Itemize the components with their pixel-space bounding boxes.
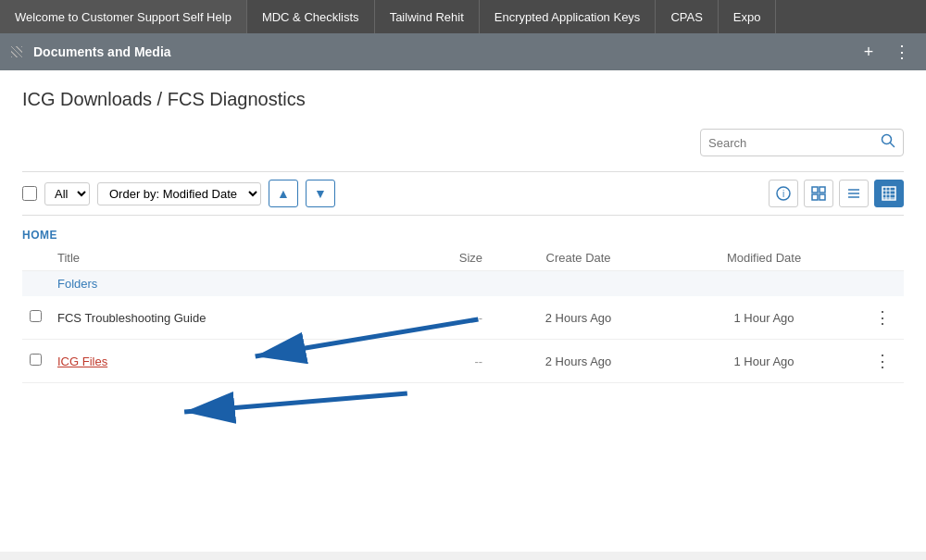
col-modified-date: Modified Date [667,245,861,271]
row1-actions-button[interactable]: ⋮ [869,305,896,330]
search-button[interactable] [881,133,895,152]
sort-desc-button[interactable]: ▼ [306,180,335,207]
all-select-dropdown[interactable]: All [44,182,90,205]
dm-header-actions: + ⋮ [856,39,915,65]
row1-modified-date: 1 Hour Ago [667,296,861,340]
col-title: Title [50,245,407,271]
sort-asc-button[interactable]: ▲ [269,180,298,207]
row1-create-date: 2 Hours Ago [490,296,667,340]
svg-rect-6 [812,194,818,200]
table-view-button[interactable] [874,180,904,207]
documents-media-header: Documents and Media + ⋮ [0,33,926,70]
list-view-button[interactable] [839,180,869,207]
row2-size: -- [407,340,490,383]
table-row: FCS Troubleshooting Guide -- 2 Hours Ago… [22,296,904,340]
info-view-button[interactable]: i [769,180,798,207]
col-size: Size [407,245,490,271]
folders-label: Folders [50,271,904,297]
more-options-button[interactable]: ⋮ [889,39,915,65]
svg-rect-4 [812,187,818,193]
row2-actions-button[interactable]: ⋮ [869,349,896,373]
nav-item-expo[interactable]: Expo [719,0,777,33]
search-bar [22,129,904,156]
row2-checkbox[interactable] [30,354,42,366]
row2-create-date: 2 Hours Ago [490,340,667,383]
drag-handle-icon [11,46,22,57]
page-title: ICG Downloads / FCS Diagnostics [22,89,904,110]
svg-text:i: i [782,189,784,199]
folders-section-row: Folders [22,271,904,297]
table-row: ICG Files -- 2 Hours Ago 1 Hour Ago ⋮ [22,340,904,383]
col-create-date: Create Date [490,245,667,271]
row1-checkbox[interactable] [30,310,42,322]
select-all-checkbox[interactable] [22,186,37,201]
search-input-wrapper [700,129,904,156]
row1-size: -- [407,296,490,340]
nav-item-tailwind[interactable]: Tailwind Rehit [375,0,480,33]
row2-modified-date: 1 Hour Ago [667,340,861,383]
file-table-container: Title Size Create Date Modified Date Fol… [22,245,904,383]
nav-item-cpas[interactable]: CPAS [656,0,718,33]
toolbar-row: All Order by: Modified Date ▲ ▼ i [22,171,904,216]
main-content: ICG Downloads / FCS Diagnostics All Orde… [0,70,926,552]
nav-item-mdc[interactable]: MDC & Checklists [247,0,375,33]
order-by-dropdown[interactable]: Order by: Modified Date [97,182,261,205]
top-navigation: Welcome to Customer Support Self Help MD… [0,0,926,33]
file-table: Title Size Create Date Modified Date Fol… [22,245,904,383]
nav-item-encrypted[interactable]: Encrypted Application Keys [480,0,657,33]
add-button[interactable]: + [856,39,882,65]
svg-line-20 [184,393,407,412]
svg-line-1 [891,143,895,147]
home-breadcrumb[interactable]: HOME [22,223,904,245]
dm-header-title: Documents and Media [11,44,856,59]
svg-rect-5 [820,187,825,193]
row1-file-name: FCS Troubleshooting Guide [57,311,206,325]
nav-item-welcome[interactable]: Welcome to Customer Support Self Help [0,0,247,33]
search-input[interactable] [708,136,881,150]
toolbar-right: i [769,180,904,207]
toolbar-left: All Order by: Modified Date ▲ ▼ [22,180,769,207]
svg-rect-7 [820,194,825,200]
row2-file-name-link[interactable]: ICG Files [57,355,107,368]
grid-view-button[interactable] [804,180,833,207]
